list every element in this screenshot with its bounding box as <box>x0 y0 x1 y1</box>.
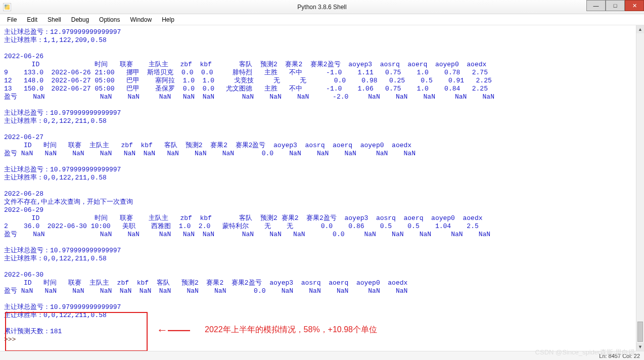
menu-options[interactable]: Options <box>94 15 125 24</box>
window-controls: — □ ✕ <box>586 0 644 11</box>
shell-output: 主让球总盈亏：12.979999999999997 主让球胜率：1,1,122,… <box>4 28 494 335</box>
shell-prompt: >>> <box>4 336 20 343</box>
menu-window[interactable]: Window <box>125 15 157 24</box>
scroll-thumb[interactable] <box>637 322 643 342</box>
scroll-down-arrow-icon[interactable]: ▼ <box>636 343 644 351</box>
menu-help[interactable]: Help <box>157 15 179 24</box>
menubar: File Edit Shell Debug Options Window Hel… <box>0 14 644 25</box>
python-app-icon <box>3 3 11 11</box>
close-button[interactable]: ✕ <box>625 0 644 11</box>
content-area: 主让球总盈亏：12.979999999999997 主让球胜率：1,1,122,… <box>0 25 644 351</box>
menu-file[interactable]: File <box>2 15 22 24</box>
menu-edit[interactable]: Edit <box>22 15 42 24</box>
cursor-position: Ln: 8457 Col: 22 <box>599 353 640 359</box>
shell-text-area[interactable]: 主让球总盈亏：12.979999999999997 主让球胜率：1,1,122,… <box>0 25 644 351</box>
scroll-up-arrow-icon[interactable]: ▲ <box>636 25 644 33</box>
vertical-scrollbar[interactable]: ▲ ▼ <box>636 25 644 351</box>
menu-shell[interactable]: Shell <box>42 15 66 24</box>
maximize-button[interactable]: □ <box>606 0 625 11</box>
titlebar: Python 3.8.6 Shell — □ ✕ <box>0 0 644 14</box>
menu-debug[interactable]: Debug <box>66 15 94 24</box>
statusbar: Ln: 8457 Col: 22 <box>0 351 644 360</box>
minimize-button[interactable]: — <box>586 0 606 11</box>
window-title: Python 3.8.6 Shell <box>297 4 346 11</box>
